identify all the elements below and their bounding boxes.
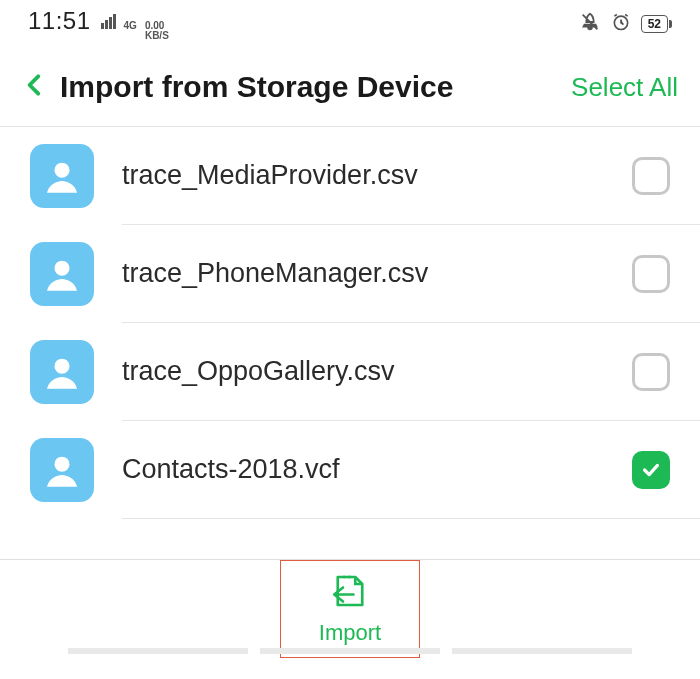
file-name: trace_OppoGallery.csv xyxy=(122,356,632,387)
checkbox[interactable] xyxy=(632,157,670,195)
file-list: trace_MediaProvider.csv trace_PhoneManag… xyxy=(0,127,700,519)
nav-indicator xyxy=(0,648,700,658)
footer-bar: Import xyxy=(0,560,700,658)
checkbox[interactable] xyxy=(632,451,670,489)
checkmark-icon xyxy=(640,459,662,481)
select-all-button[interactable]: Select All xyxy=(571,72,678,103)
contact-file-icon xyxy=(30,242,94,306)
file-name: trace_PhoneManager.csv xyxy=(122,258,632,289)
contact-file-icon xyxy=(30,438,94,502)
file-row[interactable]: trace_MediaProvider.csv xyxy=(30,127,700,224)
battery-level: 52 xyxy=(641,15,668,33)
net-speed-unit: KB/S xyxy=(145,31,169,41)
checkbox[interactable] xyxy=(632,255,670,293)
checkbox[interactable] xyxy=(632,353,670,391)
back-button[interactable] xyxy=(22,68,48,106)
contact-file-icon xyxy=(30,340,94,404)
file-row[interactable]: Contacts-2018.vcf xyxy=(30,421,700,518)
svg-point-3 xyxy=(55,358,70,373)
file-row[interactable]: trace_PhoneManager.csv xyxy=(30,225,700,322)
svg-point-1 xyxy=(55,162,70,177)
import-label: Import xyxy=(319,620,381,646)
app-header: Import from Storage Device Select All xyxy=(0,48,700,126)
page-title: Import from Storage Device xyxy=(60,70,453,104)
status-left: 11:51 4G 0.00 KB/S xyxy=(28,7,169,41)
status-right: 52 xyxy=(579,11,672,37)
clock: 11:51 xyxy=(28,7,91,35)
file-row[interactable]: trace_OppoGallery.csv xyxy=(30,323,700,420)
file-name: Contacts-2018.vcf xyxy=(122,454,632,485)
mute-icon xyxy=(579,11,601,37)
alarm-icon xyxy=(611,12,631,36)
file-name: trace_MediaProvider.csv xyxy=(122,160,632,191)
net-gen: 4G xyxy=(124,21,137,31)
import-icon xyxy=(329,572,371,614)
contact-file-icon xyxy=(30,144,94,208)
import-button[interactable]: Import xyxy=(280,560,420,658)
status-bar: 11:51 4G 0.00 KB/S 52 xyxy=(0,0,700,48)
battery-icon: 52 xyxy=(641,15,672,33)
signal-icon xyxy=(101,14,116,29)
svg-point-2 xyxy=(55,260,70,275)
svg-point-4 xyxy=(55,456,70,471)
